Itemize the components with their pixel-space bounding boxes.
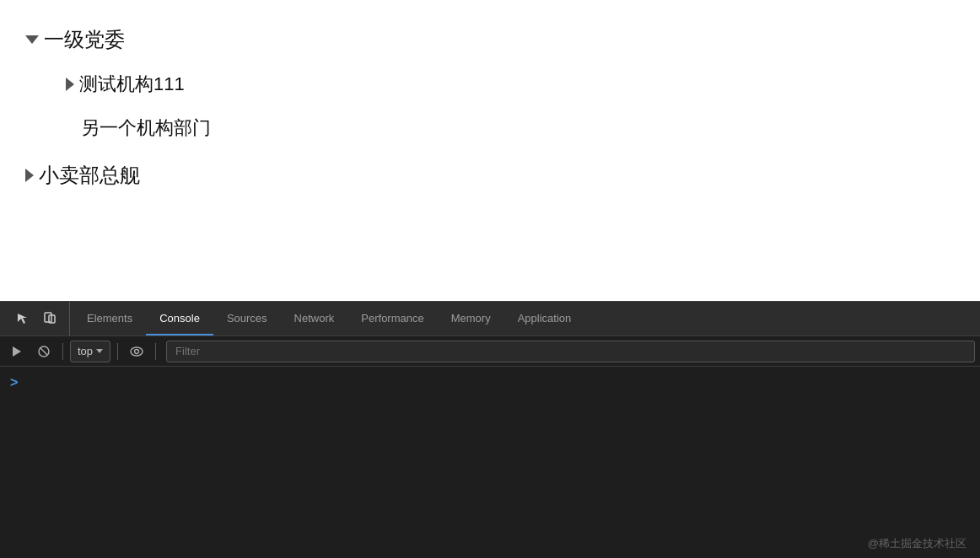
console-content[interactable]: > @稀土掘金技术社区 [0,367,980,558]
device-icon [43,312,57,325]
webpage-content: 一级党委 测试机构111 另一个机构部门 小卖部总舰 [0,0,980,301]
play-icon [11,346,23,357]
toolbar-divider-2 [117,343,118,360]
eye-icon [130,346,143,357]
tree-item-root-label: 一级党委 [44,24,125,56]
clear-button[interactable] [32,340,56,363]
devtools-tabs-bar: Elements Console Sources Network Perform… [0,302,980,336]
tree-item-root[interactable]: 一级党委 [25,17,955,62]
tree-item-child2-label: 另一个机构部门 [81,113,211,142]
watermark-text: @稀土掘金技术社区 [868,536,967,551]
devtools-toolbar: top [0,336,980,367]
devtools-panel: Elements Console Sources Network Perform… [0,301,980,558]
filter-input[interactable] [166,341,975,362]
inspect-icon [16,312,30,325]
tree-children: 测试机构111 另一个机构部门 [25,62,955,148]
tab-elements[interactable]: Elements [73,302,146,335]
tab-application[interactable]: Application [504,302,585,335]
tree-item-sibling-label: 小卖部总舰 [39,159,140,191]
eye-button[interactable] [125,340,148,363]
tab-icon-group [3,302,70,335]
tab-memory[interactable]: Memory [438,302,504,335]
tab-sources[interactable]: Sources [213,302,281,335]
context-selector[interactable]: top [70,341,110,362]
tab-network[interactable]: Network [281,302,348,335]
tab-console[interactable]: Console [146,302,213,335]
clear-icon [37,345,51,358]
tree-container: 一级党委 测试机构111 另一个机构部门 小卖部总舰 [25,17,955,198]
device-icon-btn[interactable] [37,306,62,331]
svg-marker-2 [13,346,21,357]
console-prompt-line: > [10,372,970,394]
toolbar-divider-1 [62,343,63,360]
console-caret: > [10,375,18,390]
tree-item-sibling[interactable]: 小卖部总舰 [25,153,955,198]
svg-point-6 [135,349,139,353]
svg-line-4 [40,348,47,355]
tree-item-child1-label: 测试机构111 [79,69,185,99]
toolbar-divider-3 [155,343,156,360]
context-selector-label: top [78,345,93,357]
svg-point-5 [131,347,143,356]
tree-item-child1[interactable]: 测试机构111 [66,62,955,105]
tree-item-child2[interactable]: 另一个机构部门 [66,106,955,149]
svg-rect-0 [45,313,51,322]
chevron-down-icon [96,349,103,353]
expand-icon-child1 [66,78,74,91]
tab-performance[interactable]: Performance [347,302,437,335]
expand-icon-root [25,35,39,44]
play-button[interactable] [5,340,29,363]
expand-icon-sibling [25,169,34,182]
inspect-icon-btn[interactable] [10,306,35,331]
